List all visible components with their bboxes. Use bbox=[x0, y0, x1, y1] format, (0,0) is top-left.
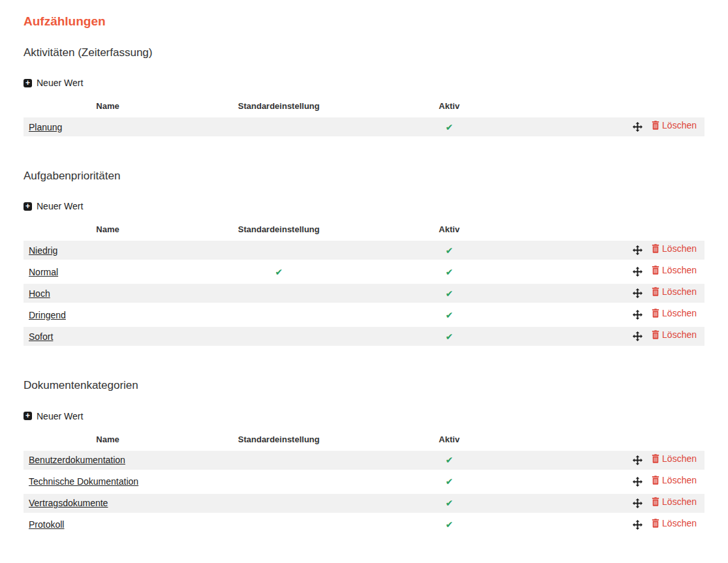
col-header-default: Standardeinstellung bbox=[192, 221, 366, 238]
delete-link[interactable]: Löschen bbox=[652, 496, 697, 507]
actions-cell: Löschen bbox=[533, 494, 704, 513]
active-cell: ✔ bbox=[366, 494, 533, 513]
trash-icon bbox=[652, 330, 659, 339]
col-header-active: Aktiv bbox=[366, 97, 533, 115]
actions-cell: Löschen bbox=[533, 262, 704, 281]
delete-link[interactable]: Löschen bbox=[652, 120, 697, 130]
new-value-link[interactable]: + Neuer Wert bbox=[24, 78, 83, 88]
section-heading: Aktivitäten (Zeiterfassung) bbox=[24, 47, 704, 59]
col-header-default: Standardeinstellung bbox=[192, 97, 366, 115]
delete-label: Löschen bbox=[662, 496, 697, 507]
col-header-name: Name bbox=[24, 221, 192, 238]
new-value-link[interactable]: + Neuer Wert bbox=[24, 201, 83, 211]
enum-name-link[interactable]: Normal bbox=[29, 267, 58, 277]
section-heading: Aufgabenprioritäten bbox=[24, 170, 704, 183]
table-row: Technische Dokumentation ✔ Lösche bbox=[24, 472, 704, 491]
active-check-icon: ✔ bbox=[445, 519, 453, 530]
table-row: Planung ✔ Löschen bbox=[24, 117, 704, 136]
default-cell: ✔ bbox=[192, 262, 366, 281]
delete-link[interactable]: Löschen bbox=[652, 518, 697, 528]
move-handle-icon[interactable] bbox=[633, 122, 642, 134]
active-cell: ✔ bbox=[366, 241, 533, 260]
active-cell: ✔ bbox=[366, 515, 533, 534]
trash-icon bbox=[652, 454, 659, 463]
table-header-row: Name Standardeinstellung Aktiv bbox=[24, 431, 704, 448]
page-title: Aufzählungen bbox=[24, 15, 704, 27]
name-cell: Hoch bbox=[24, 284, 192, 303]
delete-label: Löschen bbox=[662, 475, 697, 485]
trash-icon bbox=[652, 244, 659, 253]
new-value-link[interactable]: + Neuer Wert bbox=[24, 411, 83, 421]
enumerations-table: Name Standardeinstellung Aktiv Benutzerd… bbox=[24, 428, 704, 537]
plus-icon: + bbox=[24, 79, 32, 87]
delete-link[interactable]: Löschen bbox=[652, 475, 697, 485]
move-handle-icon[interactable] bbox=[633, 455, 642, 467]
new-value-label: Neuer Wert bbox=[37, 201, 83, 211]
move-handle-icon[interactable] bbox=[633, 498, 642, 510]
actions-cell: Löschen bbox=[533, 117, 704, 136]
active-cell: ✔ bbox=[366, 472, 533, 491]
default-cell bbox=[192, 305, 366, 324]
move-handle-icon[interactable] bbox=[633, 331, 642, 343]
enum-name-link[interactable]: Hoch bbox=[29, 288, 50, 299]
plus-icon: + bbox=[24, 412, 32, 420]
default-cell bbox=[192, 515, 366, 534]
actions-cell: Löschen bbox=[533, 472, 704, 491]
delete-link[interactable]: Löschen bbox=[652, 453, 697, 464]
delete-link[interactable]: Löschen bbox=[652, 243, 697, 254]
col-header-default: Standardeinstellung bbox=[192, 431, 366, 448]
delete-label: Löschen bbox=[662, 120, 697, 130]
name-cell: Vertragsdokumente bbox=[24, 494, 192, 513]
enum-name-link[interactable]: Dringend bbox=[29, 310, 66, 320]
table-body: Planung ✔ Löschen bbox=[24, 117, 704, 136]
default-cell bbox=[192, 472, 366, 491]
active-cell: ✔ bbox=[366, 305, 533, 324]
enumeration-section: Aktivitäten (Zeiterfassung) + Neuer Wert… bbox=[24, 47, 704, 139]
move-handle-icon[interactable] bbox=[633, 477, 642, 489]
move-handle-icon[interactable] bbox=[633, 267, 642, 279]
default-cell bbox=[192, 117, 366, 136]
actions-cell: Löschen bbox=[533, 305, 704, 324]
active-check-icon: ✔ bbox=[445, 476, 453, 487]
trash-icon bbox=[652, 497, 659, 506]
name-cell: Normal bbox=[24, 262, 192, 281]
name-cell: Dringend bbox=[24, 305, 192, 324]
actions-cell: Löschen bbox=[533, 241, 704, 260]
enum-name-link[interactable]: Technische Dokumentation bbox=[29, 476, 138, 487]
actions-cell: Löschen bbox=[533, 327, 704, 346]
delete-link[interactable]: Löschen bbox=[652, 329, 697, 340]
enum-name-link[interactable]: Protokoll bbox=[29, 519, 64, 530]
enum-name-link[interactable]: Vertragsdokumente bbox=[29, 498, 108, 508]
name-cell: Planung bbox=[24, 117, 192, 136]
active-check-icon: ✔ bbox=[445, 245, 453, 256]
active-cell: ✔ bbox=[366, 117, 533, 136]
move-handle-icon[interactable] bbox=[633, 310, 642, 322]
active-check-icon: ✔ bbox=[445, 331, 453, 342]
table-row: Hoch ✔ Löschen bbox=[24, 284, 704, 303]
name-cell: Sofort bbox=[24, 327, 192, 346]
enum-name-link[interactable]: Benutzerdokumentation bbox=[29, 455, 125, 465]
enum-name-link[interactable]: Sofort bbox=[29, 331, 53, 342]
delete-link[interactable]: Löschen bbox=[652, 286, 697, 297]
move-handle-icon[interactable] bbox=[633, 520, 642, 532]
delete-link[interactable]: Löschen bbox=[652, 265, 697, 275]
default-cell bbox=[192, 494, 366, 513]
move-handle-icon[interactable] bbox=[633, 288, 642, 300]
name-cell: Technische Dokumentation bbox=[24, 472, 192, 491]
active-cell: ✔ bbox=[366, 451, 533, 470]
delete-link[interactable]: Löschen bbox=[652, 308, 697, 318]
enum-name-link[interactable]: Niedrig bbox=[29, 245, 57, 256]
move-handle-icon[interactable] bbox=[633, 245, 642, 257]
col-header-actions bbox=[533, 431, 704, 448]
active-check-icon: ✔ bbox=[445, 310, 453, 320]
active-check-icon: ✔ bbox=[445, 455, 453, 465]
default-cell bbox=[192, 451, 366, 470]
default-cell bbox=[192, 327, 366, 346]
table-body: Niedrig ✔ Löschen bbox=[24, 241, 704, 346]
enum-name-link[interactable]: Planung bbox=[29, 122, 62, 132]
new-value-row: + Neuer Wert bbox=[24, 77, 704, 89]
delete-label: Löschen bbox=[662, 243, 697, 254]
trash-icon bbox=[652, 121, 659, 130]
table-body: Benutzerdokumentation ✔ Löschen bbox=[24, 451, 704, 534]
active-cell: ✔ bbox=[366, 327, 533, 346]
